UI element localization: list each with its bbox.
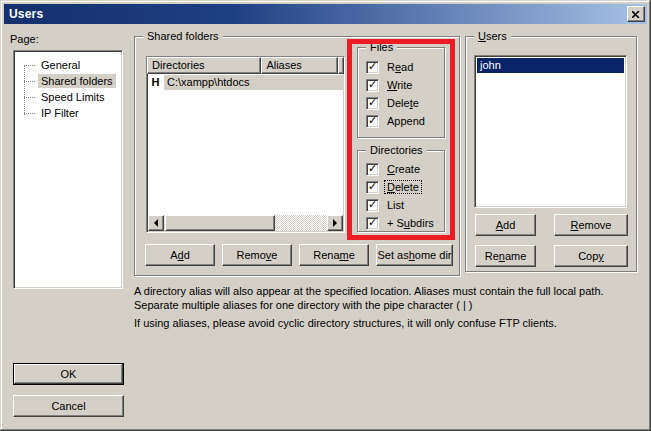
tree-connector [24, 81, 35, 82]
directory-path: C:\xampp\htdocs [164, 75, 344, 90]
page-item-speed-limits[interactable]: Speed Limits [20, 89, 120, 105]
remove-user-button[interactable]: Remove [554, 214, 628, 236]
check-icon: ✓ [368, 115, 377, 126]
listview-header: Directories Aliases [147, 57, 344, 74]
checkbox-icon: ✓ [366, 163, 379, 176]
scroll-left-icon [150, 219, 158, 227]
checkbox-icon: ✓ [366, 115, 379, 128]
column-header-aliases[interactable]: Aliases [261, 57, 338, 74]
window-title: Users [4, 7, 43, 21]
tree-connector [24, 97, 35, 98]
users-group: Users john [465, 36, 637, 272]
checkbox-append[interactable]: ✓ Append [366, 112, 444, 130]
checkbox-write[interactable]: ✓ Write [366, 76, 444, 94]
horizontal-scrollbar[interactable] [148, 215, 343, 231]
checkbox-delete-file[interactable]: ✓ Delete [366, 94, 444, 112]
cyclic-help-text: If using aliases, please avoid cyclic di… [134, 316, 636, 330]
checkbox-icon: ✓ [366, 79, 379, 92]
checkbox-read[interactable]: ✓ Read [366, 58, 444, 76]
users-dialog: Users Page: General Shared folders Speed… [0, 0, 651, 431]
page-item-general[interactable]: General [20, 57, 120, 73]
close-button[interactable] [627, 6, 645, 22]
column-header-filler [338, 57, 344, 74]
page-list: General Shared folders Speed Limits IP F… [13, 50, 123, 289]
checkbox-list[interactable]: ✓ List [366, 196, 444, 214]
files-legend: Files [366, 41, 397, 53]
page-item-ip-filter[interactable]: IP Filter [20, 105, 120, 121]
alias-help-text: A directory alias will also appear at th… [134, 284, 636, 312]
page-label: Page: [10, 33, 39, 45]
copy-user-button[interactable]: Copy [554, 245, 628, 267]
directory-row[interactable]: H C:\xampp\htdocs [147, 74, 344, 90]
users-legend: Users [474, 30, 511, 42]
add-user-button[interactable]: Add [475, 214, 536, 236]
set-home-dir-button[interactable]: Set as home dir [376, 244, 453, 266]
tree-connector [24, 113, 35, 114]
ok-button[interactable]: OK [13, 363, 124, 385]
checkbox-icon: ✓ [366, 97, 379, 110]
titlebar[interactable]: Users [4, 4, 647, 24]
shared-folders-legend: Shared folders [143, 30, 223, 42]
close-icon [632, 11, 640, 18]
directories-group: Directories ✓ Create ✓ Delete ✓ List ✓ +… [357, 150, 445, 232]
check-icon: ✓ [368, 199, 377, 210]
checkbox-icon: ✓ [366, 61, 379, 74]
scrollbar-thumb[interactable] [165, 215, 275, 231]
tree-connector [24, 65, 35, 66]
check-icon: ✓ [368, 61, 377, 72]
add-folder-button[interactable]: Add [145, 244, 215, 266]
remove-folder-button[interactable]: Remove [222, 244, 292, 266]
scroll-right-button[interactable] [327, 215, 343, 231]
check-icon: ✓ [368, 217, 377, 228]
user-row[interactable]: john [477, 58, 624, 73]
checkbox-create[interactable]: ✓ Create [366, 160, 444, 178]
checkbox-delete-dir[interactable]: ✓ Delete [366, 178, 444, 196]
directories-listview: Directories Aliases H C:\xampp\htdocs [146, 56, 345, 233]
users-listbox: john [474, 55, 627, 208]
column-header-directories[interactable]: Directories [147, 57, 261, 74]
directories-legend: Directories [366, 144, 427, 156]
page-item-shared-folders[interactable]: Shared folders [20, 73, 120, 89]
rename-user-button[interactable]: Rename [475, 245, 536, 267]
check-icon: ✓ [368, 97, 377, 108]
tree-connector [24, 66, 25, 115]
checkbox-icon: ✓ [366, 199, 379, 212]
rename-folder-button[interactable]: Rename [299, 244, 369, 266]
files-group: Files ✓ Read ✓ Write ✓ Delete ✓ Append [357, 47, 445, 138]
home-flag: H [147, 76, 164, 88]
scroll-left-button[interactable] [148, 215, 164, 231]
checkbox-subdirs[interactable]: ✓ + Subdirs [366, 214, 444, 232]
checkbox-icon: ✓ [366, 217, 379, 230]
check-icon: ✓ [368, 181, 377, 192]
cancel-button[interactable]: Cancel [13, 395, 124, 417]
check-icon: ✓ [368, 163, 377, 174]
check-icon: ✓ [368, 79, 377, 90]
checkbox-icon: ✓ [366, 181, 379, 194]
scroll-right-icon [333, 219, 341, 227]
